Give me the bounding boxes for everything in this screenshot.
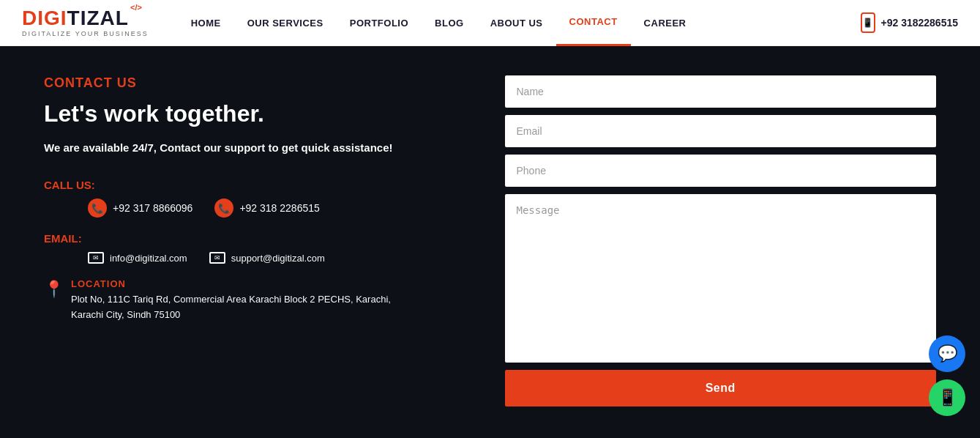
phone-icon: 📱: [861, 12, 875, 33]
contact-form: Send: [505, 75, 937, 409]
nav-phone-section[interactable]: 📱 +92 3182286515: [861, 12, 959, 33]
whatsapp-button[interactable]: 📱: [929, 379, 965, 416]
nav-links: HOME OUR SERVICES PORTFOLIO BLOG ABOUT U…: [178, 0, 861, 46]
email-list: ✉ info@digitizal.com ✉ support@digitizal…: [44, 252, 476, 264]
location-row: 📍 LOCATION Plot No, 111C Tariq Rd, Comme…: [44, 278, 476, 323]
phone-input[interactable]: [505, 155, 937, 187]
logo-tizal: TIZAL: [67, 7, 129, 29]
email-label: EMAIL:: [44, 232, 476, 245]
main-content: CONTACT US Let's work together. We are a…: [0, 46, 980, 438]
name-input[interactable]: [505, 75, 937, 108]
phone-icon-2: 📞: [214, 198, 233, 218]
phone-number-1: +92 317 8866096: [113, 202, 192, 214]
messenger-icon: 💬: [938, 344, 957, 363]
phone-list: 📞 +92 317 8866096 📞 +92 318 2286515: [44, 198, 476, 218]
location-pin-icon: 📍: [44, 280, 64, 299]
messenger-button[interactable]: 💬: [929, 335, 965, 372]
nav-services[interactable]: OUR SERVICES: [234, 0, 337, 46]
logo-code: </>: [130, 4, 142, 12]
message-textarea[interactable]: [505, 194, 937, 363]
send-button[interactable]: Send: [505, 370, 937, 407]
location-label: LOCATION: [71, 278, 391, 289]
left-section: CONTACT US Let's work together. We are a…: [44, 75, 476, 409]
phone-number-2: +92 318 2286515: [239, 202, 319, 214]
logo-subtitle: DIGITALIZE YOUR BUSINESS: [22, 30, 149, 37]
nav-phone-number: +92 3182286515: [881, 17, 959, 29]
nav-blog[interactable]: BLOG: [422, 0, 477, 46]
phone-item-2[interactable]: 📞 +92 318 2286515: [214, 198, 319, 218]
logo[interactable]: DIGITIZAL </> DIGITALIZE YOUR BUSINESS: [22, 8, 149, 37]
email-item-2[interactable]: ✉ support@digitizal.com: [209, 252, 325, 264]
navbar: DIGITIZAL </> DIGITALIZE YOUR BUSINESS H…: [0, 0, 980, 46]
contact-us-label: CONTACT US: [44, 75, 476, 91]
call-us-label: CALL US:: [44, 179, 476, 191]
nav-portfolio[interactable]: PORTFOLIO: [337, 0, 422, 46]
location-address: Plot No, 111C Tariq Rd, Commercial Area …: [71, 292, 391, 323]
email-input[interactable]: [505, 115, 937, 147]
logo-digi: DIGI: [22, 7, 67, 29]
nav-career[interactable]: CAREER: [631, 0, 700, 46]
nav-about[interactable]: ABOUT US: [477, 0, 556, 46]
nav-home[interactable]: HOME: [178, 0, 234, 46]
phone-icon-1: 📞: [88, 198, 107, 218]
email-icon-1: ✉: [88, 252, 104, 264]
location-content: LOCATION Plot No, 111C Tariq Rd, Commerc…: [71, 278, 391, 323]
email-icon-2: ✉: [209, 252, 225, 264]
email-item-1[interactable]: ✉ info@digitizal.com: [88, 252, 187, 264]
whatsapp-icon: 📱: [938, 388, 957, 407]
email-address-1: info@digitizal.com: [110, 253, 187, 264]
main-desc: We are available 24/7, Contact our suppo…: [44, 139, 476, 157]
phone-item-1[interactable]: 📞 +92 317 8866096: [88, 198, 192, 218]
email-address-2: support@digitizal.com: [231, 253, 325, 264]
main-heading: Let's work together.: [44, 100, 476, 127]
nav-contact[interactable]: CONTACT: [556, 0, 631, 46]
